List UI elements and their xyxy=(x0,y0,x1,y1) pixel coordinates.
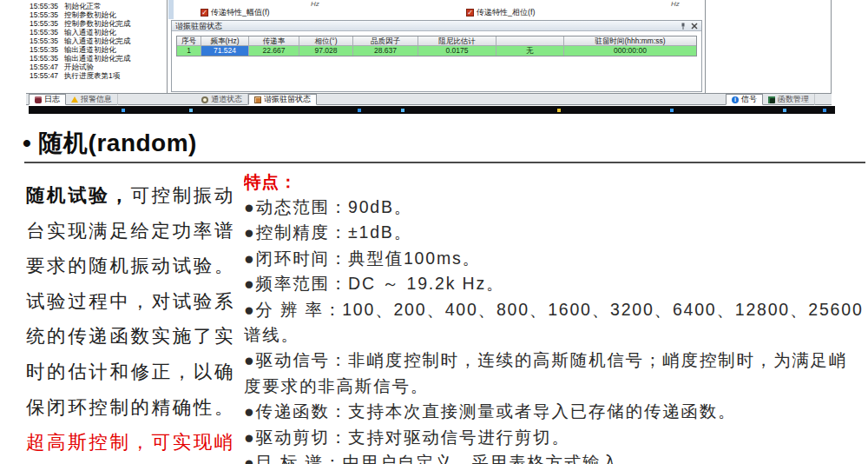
log-message: 控制参数初始化 xyxy=(64,10,116,19)
column-header[interactable]: 传递率 xyxy=(249,36,299,46)
table-cell[interactable]: 0.0175 xyxy=(418,46,496,56)
table-cell[interactable]: 1 xyxy=(177,46,201,56)
tab-icon xyxy=(35,96,42,103)
tab-icon xyxy=(768,96,775,103)
tab-label: 函数管理 xyxy=(778,94,809,105)
panel-title-bar[interactable]: 谐振驻留状态 xyxy=(172,21,701,31)
taskbar xyxy=(29,106,835,114)
tab-label: 谐振驻留状态 xyxy=(264,94,311,105)
intro-text: 可控制振动 xyxy=(131,185,236,206)
tab-label: 信号 xyxy=(741,94,757,105)
log-row[interactable]: 15:55:35 输出通道初始化完成 xyxy=(26,54,167,63)
taskbar-dot xyxy=(401,109,404,112)
feature-item: ●目 标 谱：由用户自定义，采用表格方式输入 xyxy=(244,450,865,464)
log-timestamp: 15:55:35 xyxy=(26,45,64,54)
tab[interactable]: 报警信息 xyxy=(66,94,118,105)
checkbox-checked-icon[interactable] xyxy=(466,9,474,17)
log-timestamp: 15:55:35 xyxy=(26,10,64,19)
table-row: 1 71.524 22.667 97.028 28.637 0.0175 无 xyxy=(177,46,696,56)
features-list: 特点： ●动态范围：90dB。 ●控制精度：±1dB。 ●闭环时间：典型值100… xyxy=(244,170,865,464)
intro-line: 试验过程中，对试验系 xyxy=(26,284,241,320)
column-header[interactable]: 驻留时间(hhh:mm:ss) xyxy=(564,36,696,46)
log-panel: 15:55:35 初始化正常 15:55:35 控制参数初始化 15:55:35… xyxy=(26,0,168,93)
table-cell[interactable]: 000:00:00 xyxy=(564,46,696,56)
log-row[interactable]: 15:55:47 执行进度表第1项 xyxy=(26,71,167,80)
taskbar-dot xyxy=(189,109,193,112)
intro-line: 保闭环控制的精确性。 xyxy=(26,390,241,426)
title-underline xyxy=(24,162,865,163)
legend-label: 传递特性_相位(f) xyxy=(477,7,536,18)
taskbar-dot xyxy=(670,109,674,112)
table-cell[interactable]: 28.637 xyxy=(353,46,418,56)
taskbar-dot xyxy=(122,109,125,112)
feature-item: ●驱动信号：非峭度控制时，连续的高斯随机信号；峭度控制时，为满足峭度要求的非高斯… xyxy=(244,348,865,399)
tab[interactable]: 日志 xyxy=(29,94,66,105)
signal-tabs: 信号 函数管理 xyxy=(726,94,815,105)
section-title: • 随机(random) xyxy=(23,127,197,160)
column-header[interactable]: 频率(Hz) xyxy=(201,36,249,46)
log-tabs: 日志 报警信息 xyxy=(29,94,118,105)
panel-title: 谐振驻留状态 xyxy=(175,22,222,30)
log-row[interactable]: 15:55:35 控制参数初始化 xyxy=(26,10,167,19)
software-screenshot: 15:55:35 初始化正常 15:55:35 控制参数初始化 15:55:35… xyxy=(0,0,868,114)
feature-item: ●驱动剪切：支持对驱动信号进行剪切。 xyxy=(244,425,865,450)
intro-text: 试验过程中，对试验系 xyxy=(26,291,235,312)
tab-label: 通道状态 xyxy=(211,94,242,105)
taskbar-dot xyxy=(823,109,826,112)
features-heading: 特点： xyxy=(244,170,865,193)
table-cell[interactable]: 97.028 xyxy=(299,46,353,56)
taskbar-dot xyxy=(358,109,361,112)
column-header[interactable]: 阻尼比估计 xyxy=(418,36,496,46)
legend-phase[interactable]: 传递特性_相位(f) xyxy=(466,7,536,18)
table-cell[interactable]: 71.524 xyxy=(201,46,249,56)
intro-text: 要求的随机振动试验。 xyxy=(26,255,235,276)
log-row[interactable]: 15:55:35 输入通道初始化 xyxy=(26,28,167,36)
log-timestamp: 15:55:47 xyxy=(26,71,64,80)
column-header[interactable]: 品质因子 xyxy=(353,36,418,46)
table-cell[interactable]: 22.667 xyxy=(249,46,299,56)
left-chart-x-axis-label: Hz xyxy=(311,0,319,8)
log-row[interactable]: 15:55:35 初始化正常 xyxy=(26,2,167,10)
column-header[interactable] xyxy=(496,36,564,46)
intro-line: 时的估计和修正，以确 xyxy=(26,355,241,390)
feature-item: ●动态范围：90dB。 xyxy=(244,195,865,220)
splitter-handle[interactable] xyxy=(168,0,174,19)
taskbar-dot xyxy=(557,109,561,112)
tab[interactable]: 通道状态 xyxy=(196,94,248,105)
intro-line: 台实现满足给定功率谱 xyxy=(26,214,241,249)
log-message: 控制参数初始化完成 xyxy=(64,19,131,28)
intro-text: 时的估计和修正，以确 xyxy=(26,361,235,382)
intro-text: 保闭环控制的精确性。 xyxy=(26,397,235,418)
tab-icon xyxy=(732,96,739,103)
column-header[interactable]: 序号 xyxy=(177,36,201,46)
tab[interactable]: 函数管理 xyxy=(763,94,815,105)
legend-amplitude[interactable]: 传递特性_幅值(f) xyxy=(201,7,270,18)
feature-item: ●分 辨 率：100、200、400、800、1600、3200、6400、12… xyxy=(244,297,865,348)
close-icon[interactable] xyxy=(691,23,698,30)
log-message: 输入通道初始化 xyxy=(64,28,116,36)
log-timestamp: 15:55:47 xyxy=(26,63,64,71)
checkbox-checked-icon[interactable] xyxy=(201,9,208,17)
log-timestamp: 15:55:35 xyxy=(26,2,64,10)
table-cell[interactable]: 无 xyxy=(496,46,564,56)
log-row[interactable]: 15:55:35 控制参数初始化完成 xyxy=(26,19,167,28)
log-row[interactable]: 15:55:35 输出通道初始化 xyxy=(26,45,167,54)
tab-icon xyxy=(201,96,208,103)
feature-item: ●闭环时间：典型值100ms。 xyxy=(244,246,865,271)
log-timestamp: 15:55:35 xyxy=(26,54,64,63)
tab-icon xyxy=(254,96,261,103)
log-message: 输入通道初始化完成 xyxy=(64,36,131,45)
tab[interactable]: 谐振驻留状态 xyxy=(248,94,317,105)
intro-text: 台实现满足给定功率谱 xyxy=(26,221,235,242)
log-row[interactable]: 15:55:35 输入通道初始化完成 xyxy=(26,36,167,45)
legend-label: 传递特性_幅值(f) xyxy=(211,7,270,18)
right-chart-x-axis-label: Hz xyxy=(671,0,680,8)
column-header[interactable]: 相位(°) xyxy=(299,36,353,46)
intro-bold-text: 随机试验， xyxy=(26,185,131,206)
pin-icon[interactable] xyxy=(680,23,687,30)
tab-icon xyxy=(71,96,78,103)
tab[interactable]: 信号 xyxy=(726,94,763,105)
intro-text: 统的传递函数实施了实 xyxy=(26,326,235,347)
log-row[interactable]: 15:55:47 开始试验 xyxy=(26,63,167,71)
intro-paragraph: 随机试验，可控制振动 台实现满足给定功率谱 要求的随机振动试验。 试验过程中，对… xyxy=(26,178,241,425)
